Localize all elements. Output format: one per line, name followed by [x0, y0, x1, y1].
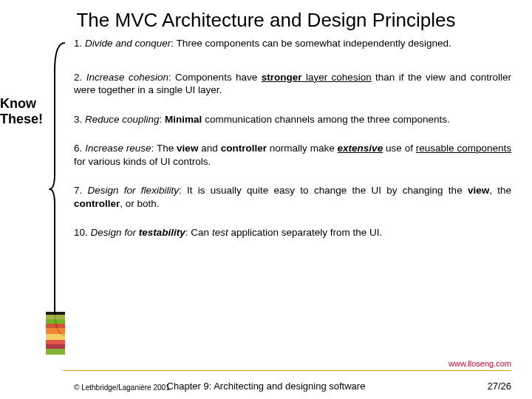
url-text: www.lloseng.com: [449, 359, 511, 368]
p6-reusable: reusable components: [416, 143, 511, 154]
p1-num: 1.: [74, 38, 85, 49]
p3-t1: :: [160, 114, 166, 125]
p6-extensive: extensive: [338, 143, 383, 154]
p7-t3: , or both.: [120, 198, 159, 209]
brace-icon: [49, 41, 71, 337]
chapter-text: Chapter 9: Architecting and designing so…: [167, 381, 366, 392]
copyright-text: © Lethbridge/Laganière 2001: [74, 383, 170, 392]
p2-stronger: stronger: [262, 72, 302, 83]
p6-name: Increase reuse: [85, 143, 151, 154]
p10-name1: Design for: [91, 227, 139, 238]
p6-ctrl: controller: [221, 143, 267, 154]
principle-3: 3. Reduce coupling: Minimal communicatio…: [74, 113, 511, 126]
p10-t1: : Can: [185, 227, 212, 238]
p1-name: Divide and conquer: [85, 38, 171, 49]
divider: [63, 370, 511, 371]
p6-num: 6.: [74, 143, 85, 154]
p7-ctrl: controller: [74, 198, 120, 209]
p1-text: : Three components can be somewhat indep…: [171, 38, 451, 49]
p3-name: Reduce coupling: [85, 114, 160, 125]
principle-2: 2. Increase cohesion: Components have st…: [74, 71, 511, 97]
p3-t2: communication channels among the three c…: [202, 114, 449, 125]
p7-t2: , the: [489, 185, 511, 196]
page-number: 27/26: [487, 381, 511, 392]
p10-test: test: [212, 227, 228, 238]
p7-t1: : It is usually quite easy to change the…: [179, 185, 468, 196]
slide-title: The MVC Architecture and Design Principl…: [0, 0, 532, 38]
principle-10: 10. Design for testability: Can test app…: [74, 226, 511, 239]
p6-t3: normally make: [267, 143, 338, 154]
p6-t5: for various kinds of UI controls.: [74, 156, 211, 167]
annot-line2: These!: [0, 112, 43, 126]
p2-t2: layer cohesion: [302, 72, 372, 83]
p6-t2: and: [198, 143, 220, 154]
p7-name: Design for flexibility: [88, 185, 179, 196]
p10-name2: testability: [139, 227, 185, 238]
footer: © Lethbridge/Laganière 2001 Chapter 9: A…: [0, 375, 532, 392]
p3-num: 3.: [74, 114, 85, 125]
decorative-strip: [46, 312, 65, 355]
annotation-know-these: Know These!: [0, 96, 44, 126]
annot-line1: Know: [0, 96, 36, 111]
principles-list: 1. Divide and conquer: Three components …: [74, 37, 511, 355]
p10-num: 10.: [74, 227, 91, 238]
p6-t1: : The: [151, 143, 177, 154]
p7-view: view: [468, 185, 489, 196]
p3-minimal: Minimal: [165, 114, 202, 125]
p10-t2: application separately from the UI.: [228, 227, 383, 238]
p2-num: 2.: [74, 72, 86, 83]
p2-t1: : Components have: [168, 72, 262, 83]
principle-1: 1. Divide and conquer: Three components …: [74, 37, 511, 50]
p2-name: Increase cohesion: [86, 72, 168, 83]
p6-t4: use of: [383, 143, 416, 154]
principle-6: 6. Increase reuse: The view and controll…: [74, 142, 511, 168]
p6-view: view: [177, 143, 198, 154]
p7-num: 7.: [74, 185, 88, 196]
principle-7: 7. Design for flexibility: It is usually…: [74, 184, 511, 210]
